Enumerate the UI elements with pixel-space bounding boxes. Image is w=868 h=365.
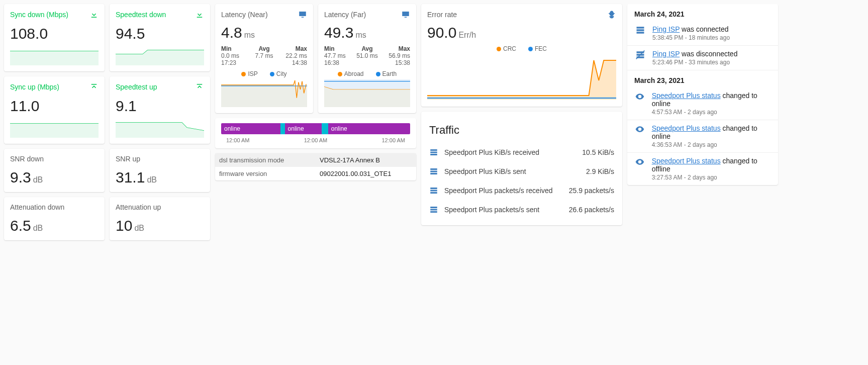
traffic-row: Speedport Plus packets/s sent26.6 packet… [427, 200, 616, 219]
card-title: Latency (Near) [221, 11, 268, 19]
latency-stats: MinAvgMax 47.7 ms51.0 ms56.9 ms 16:3815:… [324, 45, 410, 66]
eye-icon [634, 92, 646, 116]
kpi-sync-down[interactable]: Sync down (Mbps) 108.0 [4, 4, 105, 71]
traffic-rows: Speedport Plus KiB/s received10.5 KiB/sS… [427, 143, 616, 219]
latency-near-legend: ISPCity [221, 70, 307, 77]
card-title: Latency (Far) [324, 11, 366, 19]
latency-far-legend: AbroadEarth [324, 70, 410, 77]
log-link[interactable]: Ping ISP [652, 25, 680, 33]
kpi-snr-down[interactable]: SNR down 9.3dB [4, 149, 105, 192]
error-rate-chart [427, 55, 616, 101]
kpi-value: 108.0 [10, 25, 99, 42]
info-card[interactable]: dsl transmission modeVDSL2-17A Annex Bfi… [215, 153, 416, 180]
log-date: March 23, 2021 [627, 70, 778, 87]
error-rate-card[interactable]: Error rate 90.0Err/h CRCFEC [421, 4, 622, 107]
server-icon [429, 186, 438, 195]
error-rate-legend: CRCFEC [427, 45, 616, 52]
log-item[interactable]: Ping ISP was disconnected5:23:46 PM - 33… [627, 46, 778, 70]
eye-icon [634, 157, 646, 181]
kpi-title: Sync up (Mbps) [10, 83, 59, 91]
latency-value: 4.8ms [221, 24, 307, 41]
kpi-value: 11.0 [10, 98, 99, 115]
traffic-card[interactable]: Traffic Speedport Plus KiB/s received10.… [421, 112, 622, 225]
server-icon [429, 167, 438, 176]
kpi-speedtest-down[interactable]: Speedtest down 94.5 [110, 4, 210, 71]
kpi-att-up[interactable]: Attenuation up 10dB [110, 197, 210, 240]
log-sub: 5:38:45 PM - 18 minutes ago [652, 34, 730, 41]
error-rate-value: 90.0Err/h [427, 24, 616, 41]
card-title: Error rate [427, 11, 457, 19]
log-link[interactable]: Speedport Plus status [652, 92, 721, 100]
upload-icon [89, 82, 99, 92]
latency-stats: MinAvgMax 0.0 ms7.7 ms22.2 ms 17:2314:38 [221, 45, 307, 66]
log-item[interactable]: Speedport Plus status changed to online4… [627, 120, 778, 153]
kpi-value: 9.3dB [10, 169, 99, 186]
event-log[interactable]: March 24, 2021Ping ISP was connected5:38… [627, 4, 778, 185]
latency-value: 49.3ms [324, 24, 410, 41]
server-icon [429, 148, 438, 157]
traffic-title: Traffic [427, 118, 616, 143]
spark-speedtest-down [116, 47, 204, 65]
net-off-icon [634, 50, 646, 66]
kpi-value: 31.1dB [116, 169, 204, 186]
kpi-value: 10dB [116, 217, 204, 234]
download-icon [89, 10, 99, 19]
kpi-title: Speedtest up [116, 83, 157, 91]
traffic-row: Speedport Plus packets/s received25.9 pa… [427, 181, 616, 200]
log-sub: 4:36:53 AM - 2 days ago [652, 141, 771, 148]
monitor-icon [298, 10, 307, 19]
kpi-title: SNR down [10, 155, 99, 163]
kpi-title: Attenuation down [10, 203, 99, 211]
spark-sync-up [10, 120, 99, 138]
latency-far-chart [324, 79, 410, 107]
traffic-row: Speedport Plus KiB/s received10.5 KiB/s [427, 143, 616, 162]
kpi-title: SNR up [116, 155, 204, 163]
log-link[interactable]: Speedport Plus status [652, 157, 721, 165]
monitor-icon [401, 10, 410, 19]
log-sub: 4:57:53 AM - 2 days ago [652, 109, 771, 116]
timeline-labels: 12:00 AM12:00 AM12:00 AM [221, 137, 410, 143]
kpi-value: 6.5dB [10, 217, 99, 234]
log-link[interactable]: Speedport Plus status [652, 124, 721, 132]
kpi-snr-up[interactable]: SNR up 31.1dB [110, 149, 210, 192]
svg-rect-0 [221, 86, 307, 107]
kpi-title: Attenuation up [116, 203, 204, 211]
kpi-value: 94.5 [116, 25, 204, 42]
latency-near-chart [221, 79, 307, 107]
latency-near-card[interactable]: Latency (Near) 4.8ms MinAvgMax 0.0 ms7.7… [215, 4, 313, 113]
log-item[interactable]: Speedport Plus status changed to online4… [627, 87, 778, 120]
kpi-title: Sync down (Mbps) [10, 11, 68, 19]
kpi-title: Speedtest down [116, 11, 166, 19]
info-table: dsl transmission modeVDSL2-17A Annex Bfi… [215, 153, 416, 180]
eye-icon [634, 124, 646, 148]
log-item[interactable]: Ping ISP was connected5:38:45 PM - 18 mi… [627, 21, 778, 46]
latency-far-card[interactable]: Latency (Far) 49.3ms MinAvgMax 47.7 ms51… [318, 4, 416, 113]
bug-icon [607, 10, 616, 19]
kpi-sync-up[interactable]: Sync up (Mbps) 11.0 [4, 76, 105, 144]
traffic-row: Speedport Plus KiB/s sent2.9 KiB/s [427, 162, 616, 181]
spark-speedtest-up [116, 120, 204, 138]
log-sub: 3:27:53 AM - 2 days ago [652, 174, 771, 181]
timeline-card[interactable]: onlineonlineonline 12:00 AM12:00 AM12:00… [215, 118, 416, 148]
upload-icon [195, 82, 204, 92]
server-icon [429, 205, 438, 214]
timeline-bar: onlineonlineonline [221, 123, 410, 134]
kpi-att-down[interactable]: Attenuation down 6.5dB [4, 197, 105, 240]
log-item[interactable]: Speedport Plus status changed to offline… [627, 153, 778, 185]
log-sub: 5:23:46 PM - 33 minutes ago [652, 59, 737, 66]
log-date: March 24, 2021 [627, 4, 778, 21]
kpi-value: 9.1 [116, 98, 204, 115]
log-link[interactable]: Ping ISP [652, 50, 680, 58]
download-icon [195, 10, 204, 19]
net-icon [634, 25, 646, 41]
kpi-speedtest-up[interactable]: Speedtest up 9.1 [110, 76, 210, 144]
spark-sync-down [10, 47, 99, 65]
